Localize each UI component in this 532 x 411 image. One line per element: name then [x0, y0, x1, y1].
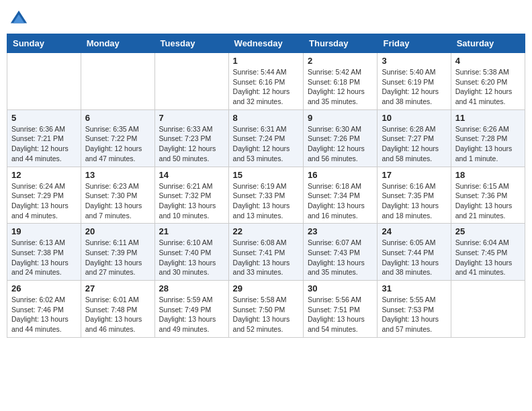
calendar-cell: 7Sunrise: 6:33 AM Sunset: 7:23 PM Daylig… — [154, 109, 228, 167]
day-info: Sunrise: 6:02 AM Sunset: 7:46 PM Dayligh… — [11, 295, 77, 334]
weekday-header-saturday: Saturday — [451, 34, 525, 53]
calendar-cell — [451, 281, 525, 338]
day-info: Sunrise: 6:08 AM Sunset: 7:41 PM Dayligh… — [233, 238, 299, 277]
day-info: Sunrise: 5:42 AM Sunset: 6:18 PM Dayligh… — [308, 67, 373, 107]
day-number: 21 — [159, 226, 224, 236]
day-number: 7 — [159, 113, 224, 123]
day-info: Sunrise: 6:18 AM Sunset: 7:34 PM Dayligh… — [308, 181, 373, 221]
day-number: 27 — [85, 283, 150, 293]
day-info: Sunrise: 5:40 AM Sunset: 6:19 PM Dayligh… — [382, 67, 446, 107]
day-number: 18 — [455, 170, 521, 180]
day-info: Sunrise: 6:23 AM Sunset: 7:30 PM Dayligh… — [85, 181, 150, 221]
day-number: 22 — [233, 226, 299, 236]
calendar-cell: 14Sunrise: 6:21 AM Sunset: 7:32 PM Dayli… — [154, 167, 228, 224]
logo — [9, 9, 30, 28]
calendar-cell: 27Sunrise: 6:01 AM Sunset: 7:48 PM Dayli… — [81, 281, 154, 338]
calendar-cell: 6Sunrise: 6:35 AM Sunset: 7:22 PM Daylig… — [81, 109, 154, 167]
calendar-cell: 20Sunrise: 6:11 AM Sunset: 7:39 PM Dayli… — [81, 224, 154, 281]
calendar-cell: 19Sunrise: 6:13 AM Sunset: 7:38 PM Dayli… — [7, 224, 81, 281]
calendar-week-row: 5Sunrise: 6:36 AM Sunset: 7:21 PM Daylig… — [7, 109, 525, 167]
day-info: Sunrise: 5:58 AM Sunset: 7:50 PM Dayligh… — [233, 295, 299, 334]
day-number: 8 — [233, 113, 299, 123]
calendar-week-row: 19Sunrise: 6:13 AM Sunset: 7:38 PM Dayli… — [7, 224, 525, 281]
day-info: Sunrise: 5:59 AM Sunset: 7:49 PM Dayligh… — [159, 295, 224, 334]
day-number: 19 — [11, 226, 77, 236]
page-header — [7, 7, 525, 28]
day-number: 4 — [455, 56, 521, 66]
calendar-cell: 29Sunrise: 5:58 AM Sunset: 7:50 PM Dayli… — [228, 281, 303, 338]
day-info: Sunrise: 6:07 AM Sunset: 7:43 PM Dayligh… — [308, 238, 373, 277]
calendar-cell: 3Sunrise: 5:40 AM Sunset: 6:19 PM Daylig… — [378, 53, 451, 110]
day-info: Sunrise: 6:16 AM Sunset: 7:35 PM Dayligh… — [382, 181, 446, 221]
calendar-cell — [7, 53, 81, 110]
calendar-table: SundayMondayTuesdayWednesdayThursdayFrid… — [7, 34, 525, 338]
weekday-header-friday: Friday — [378, 34, 451, 53]
day-number: 13 — [85, 170, 150, 180]
calendar-cell: 22Sunrise: 6:08 AM Sunset: 7:41 PM Dayli… — [228, 224, 303, 281]
day-info: Sunrise: 6:28 AM Sunset: 7:27 PM Dayligh… — [382, 124, 446, 164]
weekday-header-monday: Monday — [81, 34, 154, 53]
day-number: 26 — [11, 283, 77, 293]
day-info: Sunrise: 6:33 AM Sunset: 7:23 PM Dayligh… — [159, 124, 224, 164]
calendar-cell: 11Sunrise: 6:26 AM Sunset: 7:28 PM Dayli… — [451, 109, 525, 167]
calendar-cell: 10Sunrise: 6:28 AM Sunset: 7:27 PM Dayli… — [378, 109, 451, 167]
calendar-cell: 25Sunrise: 6:04 AM Sunset: 7:45 PM Dayli… — [451, 224, 525, 281]
day-number: 29 — [233, 283, 299, 293]
weekday-header-wednesday: Wednesday — [228, 34, 303, 53]
day-number: 2 — [308, 56, 373, 66]
day-info: Sunrise: 6:19 AM Sunset: 7:33 PM Dayligh… — [233, 181, 299, 221]
calendar-cell: 16Sunrise: 6:18 AM Sunset: 7:34 PM Dayli… — [304, 167, 378, 224]
calendar-cell: 26Sunrise: 6:02 AM Sunset: 7:46 PM Dayli… — [7, 281, 81, 338]
day-number: 30 — [308, 283, 373, 293]
day-number: 20 — [85, 226, 150, 236]
calendar-cell: 24Sunrise: 6:05 AM Sunset: 7:44 PM Dayli… — [378, 224, 451, 281]
day-number: 14 — [159, 170, 224, 180]
day-info: Sunrise: 6:10 AM Sunset: 7:40 PM Dayligh… — [159, 238, 224, 277]
day-number: 10 — [382, 113, 446, 123]
calendar-cell: 31Sunrise: 5:55 AM Sunset: 7:53 PM Dayli… — [378, 281, 451, 338]
calendar-cell: 18Sunrise: 6:15 AM Sunset: 7:36 PM Dayli… — [451, 167, 525, 224]
weekday-header-row: SundayMondayTuesdayWednesdayThursdayFrid… — [7, 34, 525, 53]
day-info: Sunrise: 6:04 AM Sunset: 7:45 PM Dayligh… — [455, 238, 521, 277]
day-info: Sunrise: 5:55 AM Sunset: 7:53 PM Dayligh… — [382, 295, 446, 334]
calendar-cell: 4Sunrise: 5:38 AM Sunset: 6:20 PM Daylig… — [451, 53, 525, 110]
calendar-cell — [154, 53, 228, 110]
weekday-header-thursday: Thursday — [304, 34, 378, 53]
day-number: 1 — [233, 56, 299, 66]
calendar-cell: 8Sunrise: 6:31 AM Sunset: 7:24 PM Daylig… — [228, 109, 303, 167]
day-info: Sunrise: 5:38 AM Sunset: 6:20 PM Dayligh… — [455, 67, 521, 107]
day-info: Sunrise: 6:21 AM Sunset: 7:32 PM Dayligh… — [159, 181, 224, 221]
calendar-cell: 13Sunrise: 6:23 AM Sunset: 7:30 PM Dayli… — [81, 167, 154, 224]
day-info: Sunrise: 5:56 AM Sunset: 7:51 PM Dayligh… — [308, 295, 373, 334]
calendar-cell: 30Sunrise: 5:56 AM Sunset: 7:51 PM Dayli… — [304, 281, 378, 338]
calendar-week-row: 1Sunrise: 5:44 AM Sunset: 6:16 PM Daylig… — [7, 53, 525, 110]
day-info: Sunrise: 6:01 AM Sunset: 7:48 PM Dayligh… — [85, 295, 150, 334]
day-info: Sunrise: 6:15 AM Sunset: 7:36 PM Dayligh… — [455, 181, 521, 221]
day-info: Sunrise: 6:30 AM Sunset: 7:26 PM Dayligh… — [308, 124, 373, 164]
calendar-cell: 1Sunrise: 5:44 AM Sunset: 6:16 PM Daylig… — [228, 53, 303, 110]
weekday-header-tuesday: Tuesday — [154, 34, 228, 53]
day-info: Sunrise: 6:31 AM Sunset: 7:24 PM Dayligh… — [233, 124, 299, 164]
calendar-cell: 12Sunrise: 6:24 AM Sunset: 7:29 PM Dayli… — [7, 167, 81, 224]
day-number: 24 — [382, 226, 446, 236]
day-number: 5 — [11, 113, 77, 123]
calendar-cell: 15Sunrise: 6:19 AM Sunset: 7:33 PM Dayli… — [228, 167, 303, 224]
day-number: 3 — [382, 56, 446, 66]
day-info: Sunrise: 6:26 AM Sunset: 7:28 PM Dayligh… — [455, 124, 521, 164]
calendar-cell: 2Sunrise: 5:42 AM Sunset: 6:18 PM Daylig… — [304, 53, 378, 110]
calendar-week-row: 26Sunrise: 6:02 AM Sunset: 7:46 PM Dayli… — [7, 281, 525, 338]
day-info: Sunrise: 6:24 AM Sunset: 7:29 PM Dayligh… — [11, 181, 77, 221]
day-number: 15 — [233, 170, 299, 180]
calendar-cell: 17Sunrise: 6:16 AM Sunset: 7:35 PM Dayli… — [378, 167, 451, 224]
calendar-cell: 21Sunrise: 6:10 AM Sunset: 7:40 PM Dayli… — [154, 224, 228, 281]
calendar-cell — [81, 53, 154, 110]
day-number: 25 — [455, 226, 521, 236]
day-number: 12 — [11, 170, 77, 180]
day-info: Sunrise: 6:05 AM Sunset: 7:44 PM Dayligh… — [382, 238, 446, 277]
day-info: Sunrise: 6:13 AM Sunset: 7:38 PM Dayligh… — [11, 238, 77, 277]
weekday-header-sunday: Sunday — [7, 34, 81, 53]
calendar-week-row: 12Sunrise: 6:24 AM Sunset: 7:29 PM Dayli… — [7, 167, 525, 224]
calendar-cell: 28Sunrise: 5:59 AM Sunset: 7:49 PM Dayli… — [154, 281, 228, 338]
day-info: Sunrise: 6:11 AM Sunset: 7:39 PM Dayligh… — [85, 238, 150, 277]
calendar-cell: 9Sunrise: 6:30 AM Sunset: 7:26 PM Daylig… — [304, 109, 378, 167]
